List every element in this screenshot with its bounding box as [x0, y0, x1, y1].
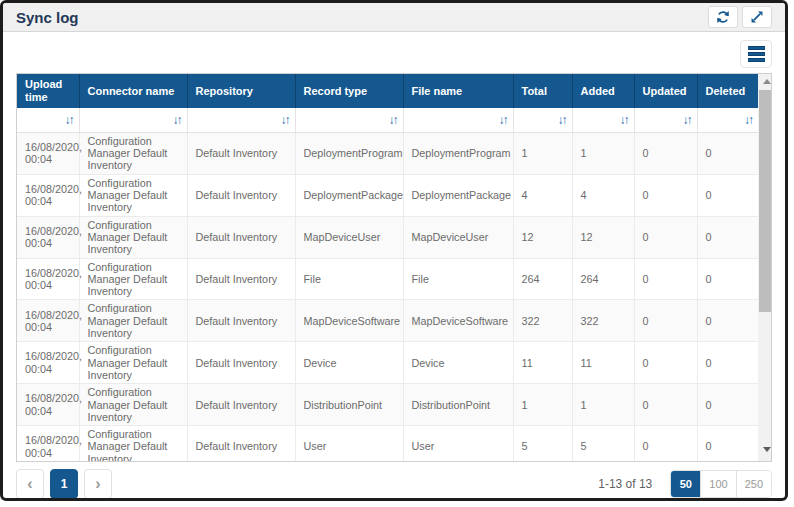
sort-icon[interactable]: ↓↑	[65, 113, 75, 127]
vertical-scrollbar[interactable]	[758, 74, 772, 461]
page-1-button[interactable]: 1	[50, 469, 78, 499]
filter-input-upload_time[interactable]	[19, 110, 65, 130]
column-header-record_type[interactable]: Record type	[295, 74, 403, 108]
filter-input-deleted[interactable]	[700, 110, 745, 130]
sort-icon[interactable]: ↓↑	[389, 113, 399, 127]
filter-input-total[interactable]	[516, 110, 558, 130]
cell-connector_name: Configuration Manager Default Inventory	[79, 426, 187, 462]
cell-file_name: MapDeviceUser	[403, 216, 513, 258]
cell-file_name: User	[403, 426, 513, 462]
filter-input-file_name[interactable]	[406, 110, 499, 130]
cell-updated: 0	[634, 258, 697, 300]
cell-upload_time: 16/08/2020, 00:04	[17, 132, 79, 174]
page-size-50-button[interactable]: 50	[671, 471, 701, 497]
sort-icon[interactable]: ↓↑	[558, 113, 568, 127]
filter-row: ↓↑↓↑↓↑↓↑↓↑↓↑↓↑↓↑↓↑	[17, 108, 758, 132]
cell-repository: Default Inventory	[187, 174, 295, 216]
cell-upload_time: 16/08/2020, 00:04	[17, 342, 79, 384]
cell-repository: Default Inventory	[187, 216, 295, 258]
filter-cell-updated: ↓↑	[634, 108, 697, 132]
cell-added: 322	[572, 300, 634, 342]
hamburger-menu-icon	[748, 46, 765, 62]
cell-total: 12	[513, 216, 572, 258]
expand-icon	[750, 10, 764, 24]
cell-deleted: 0	[697, 426, 758, 462]
pagination-right: 1-13 of 13 50 100 250	[598, 470, 772, 498]
cell-upload_time: 16/08/2020, 00:04	[17, 258, 79, 300]
cell-added: 4	[572, 174, 634, 216]
cell-total: 1	[513, 384, 572, 426]
sort-icon[interactable]: ↓↑	[499, 113, 509, 127]
filter-cell-file_name: ↓↑	[403, 108, 513, 132]
cell-upload_time: 16/08/2020, 00:04	[17, 300, 79, 342]
filter-cell-record_type: ↓↑	[295, 108, 403, 132]
cell-file_name: Device	[403, 342, 513, 384]
scroll-up-icon[interactable]	[758, 74, 772, 89]
pagination-bar: 1 1-13 of 13 50 100 250	[16, 469, 772, 499]
cell-updated: 0	[634, 426, 697, 462]
cell-connector_name: Configuration Manager Default Inventory	[79, 384, 187, 426]
table-row[interactable]: 16/08/2020, 00:04Configuration Manager D…	[17, 174, 758, 216]
content-area: Upload timeConnector nameRepositoryRecor…	[3, 32, 785, 499]
sort-icon[interactable]: ↓↑	[281, 113, 291, 127]
cell-repository: Default Inventory	[187, 258, 295, 300]
chevron-left-icon	[27, 476, 32, 492]
cell-upload_time: 16/08/2020, 00:04	[17, 216, 79, 258]
cell-deleted: 0	[697, 258, 758, 300]
cell-file_name: DeploymentPackage	[403, 174, 513, 216]
column-header-updated[interactable]: Updated	[634, 74, 697, 108]
cell-updated: 0	[634, 300, 697, 342]
table-row[interactable]: 16/08/2020, 00:04Configuration Manager D…	[17, 258, 758, 300]
filter-input-record_type[interactable]	[298, 110, 389, 130]
cell-file_name: File	[403, 258, 513, 300]
refresh-button[interactable]	[708, 6, 738, 28]
cell-record_type: Device	[295, 342, 403, 384]
table-row[interactable]: 16/08/2020, 00:04Configuration Manager D…	[17, 300, 758, 342]
page-size-250-button[interactable]: 250	[737, 471, 771, 497]
next-page-button[interactable]	[84, 469, 112, 499]
filter-input-updated[interactable]	[637, 110, 683, 130]
cell-repository: Default Inventory	[187, 384, 295, 426]
table-row[interactable]: 16/08/2020, 00:04Configuration Manager D…	[17, 132, 758, 174]
prev-page-button[interactable]	[16, 469, 44, 499]
scroll-down-icon[interactable]	[758, 442, 772, 457]
cell-record_type: DistributionPoint	[295, 384, 403, 426]
cell-total: 322	[513, 300, 572, 342]
cell-upload_time: 16/08/2020, 00:04	[17, 174, 79, 216]
sort-icon[interactable]: ↓↑	[683, 113, 693, 127]
cell-added: 11	[572, 342, 634, 384]
sort-icon[interactable]: ↓↑	[620, 113, 630, 127]
cell-record_type: DeploymentProgram	[295, 132, 403, 174]
cell-repository: Default Inventory	[187, 132, 295, 174]
expand-button[interactable]	[742, 6, 772, 28]
table-row[interactable]: 16/08/2020, 00:04Configuration Manager D…	[17, 426, 758, 462]
column-header-connector_name[interactable]: Connector name	[79, 74, 187, 108]
filter-input-connector_name[interactable]	[82, 110, 173, 130]
cell-upload_time: 16/08/2020, 00:04	[17, 426, 79, 462]
filter-cell-total: ↓↑	[513, 108, 572, 132]
cell-connector_name: Configuration Manager Default Inventory	[79, 258, 187, 300]
cell-total: 1	[513, 132, 572, 174]
table-menu-button[interactable]	[740, 40, 772, 68]
sync-log-table-container: Upload timeConnector nameRepositoryRecor…	[16, 73, 772, 462]
column-header-added[interactable]: Added	[572, 74, 634, 108]
column-header-upload_time[interactable]: Upload time	[17, 74, 79, 108]
filter-input-added[interactable]	[575, 110, 620, 130]
column-header-repository[interactable]: Repository	[187, 74, 295, 108]
table-row[interactable]: 16/08/2020, 00:04Configuration Manager D…	[17, 342, 758, 384]
cell-record_type: User	[295, 426, 403, 462]
column-header-total[interactable]: Total	[513, 74, 572, 108]
titlebar-actions	[708, 6, 772, 28]
column-header-file_name[interactable]: File name	[403, 74, 513, 108]
cell-added: 264	[572, 258, 634, 300]
page-navigation: 1	[16, 469, 112, 499]
cell-file_name: DeploymentProgram	[403, 132, 513, 174]
table-row[interactable]: 16/08/2020, 00:04Configuration Manager D…	[17, 384, 758, 426]
filter-input-repository[interactable]	[190, 110, 281, 130]
sort-icon[interactable]: ↓↑	[173, 113, 183, 127]
column-header-deleted[interactable]: Deleted	[697, 74, 758, 108]
page-size-100-button[interactable]: 100	[701, 471, 736, 497]
sort-icon[interactable]: ↓↑	[744, 113, 754, 127]
scrollbar-thumb[interactable]	[759, 90, 772, 312]
table-row[interactable]: 16/08/2020, 00:04Configuration Manager D…	[17, 216, 758, 258]
